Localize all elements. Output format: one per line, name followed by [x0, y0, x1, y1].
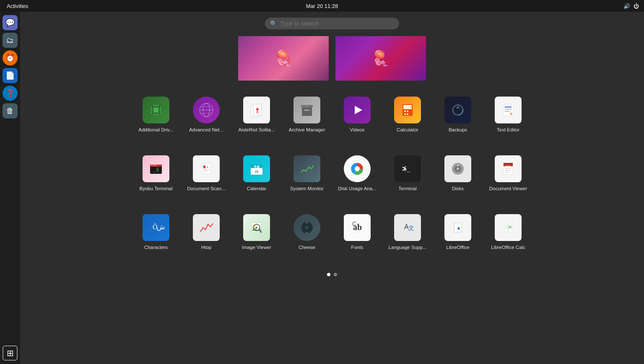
search-input[interactable]: [265, 18, 399, 29]
app-item-additional-drivers[interactable]: Additional Driv...: [131, 90, 181, 149]
app-label-byobu-terminal: Byobu Terminal: [139, 186, 172, 192]
svg-rect-10: [156, 105, 156, 107]
app-label-backups: Backups: [449, 127, 467, 133]
activities-button[interactable]: Activities: [5, 3, 30, 9]
svg-text:文: 文: [408, 225, 414, 231]
app-label-characters: Characters: [144, 244, 168, 251]
pagination-dot-2[interactable]: [334, 273, 337, 276]
volume-icon[interactable]: 🔊: [623, 3, 630, 9]
app-item-calculator[interactable]: + − Calculator: [382, 90, 433, 149]
svg-rect-92: [454, 223, 461, 232]
app-item-terminal[interactable]: $_ Terminal: [382, 149, 433, 207]
app-icon-backups: [444, 97, 471, 123]
app-item-libreoffice[interactable]: LibreOffice: [433, 207, 483, 266]
power-icon[interactable]: ⏻: [634, 3, 639, 9]
app-icon-disk-usage-analyzer: [344, 155, 371, 182]
svg-rect-13: [156, 113, 156, 115]
svg-rect-12: [153, 113, 154, 115]
svg-point-36: [407, 113, 408, 115]
app-item-language-support[interactable]: A 文 Language Supp...: [382, 207, 433, 266]
show-apps-button[interactable]: ⊞: [3, 346, 18, 361]
app-item-text-editor[interactable]: Text Editor: [483, 90, 533, 149]
app-item-byobu-terminal[interactable]: _$ Byobu Terminal: [131, 149, 181, 207]
app-item-disk-usage-analyzer[interactable]: Disk Usage Ana...: [332, 149, 382, 207]
app-item-disks[interactable]: Disks: [433, 149, 483, 207]
svg-rect-5: [151, 112, 153, 113]
app-icon-byobu-terminal: _$: [143, 155, 169, 182]
app-item-document-viewer[interactable]: PDF Document Viewer: [483, 149, 533, 207]
app-icon-calendar: 28 28: [243, 155, 270, 182]
clock-display: Mar 20 11:28: [306, 3, 338, 9]
app-icon-fonts: ab C: [344, 214, 371, 241]
app-item-cheese[interactable]: ● Cheese: [282, 207, 332, 266]
app-icon-calculator: + −: [394, 97, 421, 123]
sidebar-item-trash[interactable]: 🗑: [3, 103, 18, 118]
pagination-dot-1[interactable]: [327, 273, 330, 276]
app-icon-additional-drivers: [143, 97, 169, 123]
app-icon-document-scanner: A: [193, 155, 220, 182]
app-item-fonts[interactable]: ab C Fonts: [332, 207, 382, 266]
svg-rect-14: [158, 113, 158, 115]
svg-text:28: 28: [255, 170, 259, 173]
app-item-libreoffice-calc[interactable]: LibreOffice Calc: [483, 207, 533, 266]
window-preview-1[interactable]: 🪼: [237, 35, 330, 81]
app-item-characters[interactable]: Ö ش Characters: [131, 207, 181, 266]
svg-rect-4: [151, 110, 153, 110]
svg-rect-7: [159, 110, 161, 110]
app-item-system-monitor[interactable]: System Monitor: [282, 149, 332, 207]
app-label-archive-manager: Archive Manager: [289, 127, 325, 133]
sidebar-item-clock[interactable]: ⏰: [3, 50, 18, 65]
svg-point-66: [457, 168, 459, 170]
app-item-archive-manager[interactable]: Archive Manager: [282, 90, 332, 149]
svg-rect-2: [154, 108, 158, 112]
svg-rect-25: [302, 107, 312, 116]
svg-text:_$: _$: [153, 167, 159, 173]
sidebar: 💬🗂⏰📄❓🗑 ⊞: [0, 12, 20, 364]
app-item-videos[interactable]: Videos: [332, 90, 382, 149]
app-item-document-scanner[interactable]: A Document Scan...: [181, 149, 231, 207]
svg-point-85: [306, 222, 308, 223]
svg-point-67: [457, 165, 459, 166]
sidebar-item-chat[interactable]: 💬: [3, 15, 18, 30]
sidebar-item-writer[interactable]: 📄: [3, 68, 18, 83]
app-item-htop[interactable]: Htop: [181, 207, 231, 266]
app-label-calendar: Calendar: [247, 186, 267, 192]
app-item-calendar[interactable]: 28 28 Calendar: [231, 149, 282, 207]
app-label-additional-drivers: Additional Driv...: [139, 127, 174, 133]
svg-rect-11: [158, 105, 158, 107]
sidebar-item-help[interactable]: ❓: [3, 86, 18, 101]
svg-point-49: [153, 165, 155, 166]
svg-marker-28: [355, 106, 362, 114]
app-item-advanced-network[interactable]: Advanced Net...: [181, 90, 231, 149]
app-icon-htop: [193, 214, 220, 241]
svg-text:ش: ش: [157, 223, 164, 231]
app-item-image-viewer[interactable]: Image Viewer: [231, 207, 282, 266]
pagination-dots: [327, 273, 337, 276]
svg-point-84: [306, 227, 308, 228]
app-item-backups[interactable]: Backups: [433, 90, 483, 149]
app-icon-terminal: $_: [394, 155, 421, 182]
app-label-cheese: Cheese: [299, 244, 315, 251]
app-label-libreoffice-calc: LibreOffice Calc: [491, 244, 525, 251]
app-icon-language-support: A 文: [394, 214, 421, 241]
app-label-disk-usage-analyzer: Disk Usage Ana...: [338, 186, 376, 192]
app-label-terminal: Terminal: [398, 186, 416, 192]
app-icon-image-viewer: [243, 214, 270, 241]
svg-rect-3: [151, 107, 153, 108]
app-item-aisleriot[interactable]: ♠ A AisleRiot Solita...: [231, 90, 282, 149]
window-preview-2[interactable]: 🪼: [335, 35, 427, 81]
sidebar-item-files[interactable]: 🗂: [3, 33, 18, 48]
main-content: 🔍 🪼 🪼: [20, 12, 644, 364]
app-icon-aisleriot: ♠ A: [243, 97, 270, 123]
svg-rect-26: [304, 110, 310, 111]
jellyfish-icon-2: 🪼: [371, 50, 390, 67]
app-label-aisleriot: AisleRiot Solita...: [239, 127, 275, 133]
app-label-language-support: Language Supp...: [389, 244, 427, 251]
app-label-advanced-network: Advanced Net...: [189, 127, 223, 133]
app-label-calculator: Calculator: [397, 127, 418, 133]
topbar: Activities Mar 20 11:28 🔊 ⏻: [0, 0, 644, 12]
svg-rect-6: [159, 107, 161, 108]
svg-point-50: [156, 165, 157, 166]
app-icon-videos: [344, 97, 371, 123]
svg-marker-40: [456, 106, 460, 108]
